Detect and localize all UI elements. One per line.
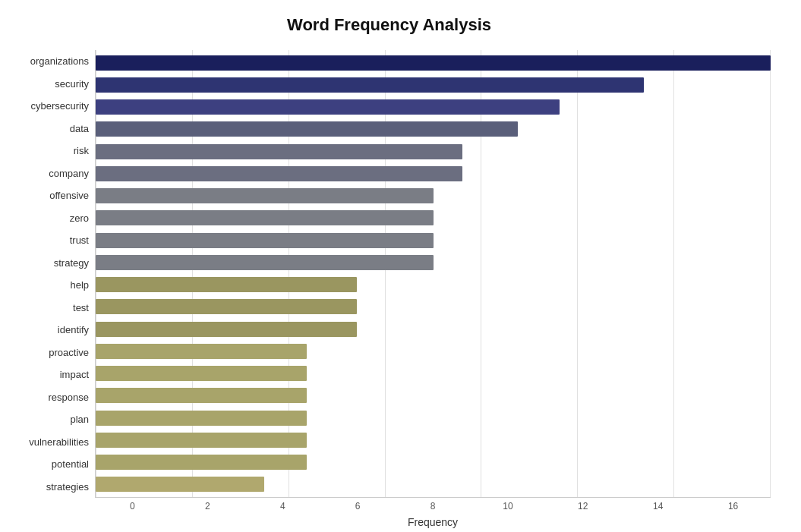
x-axis-label: Frequency (95, 516, 771, 528)
bar (96, 144, 462, 159)
bar-row (96, 275, 771, 294)
y-label: trust (70, 231, 89, 250)
y-label: response (49, 387, 89, 407)
bar (96, 411, 307, 426)
x-tick: 8 (396, 501, 471, 512)
bar (96, 344, 307, 359)
bar (96, 455, 307, 470)
bar-row (96, 364, 771, 382)
bar (96, 166, 462, 181)
x-tick: 6 (320, 501, 396, 512)
bar-row (96, 320, 771, 338)
x-tick: 0 (95, 501, 170, 512)
x-tick: 12 (545, 501, 620, 512)
y-label: proactive (49, 342, 89, 362)
bar-row (96, 409, 771, 427)
bar (96, 299, 357, 314)
bars-wrapper (96, 50, 771, 497)
bars-and-grid (95, 50, 771, 498)
y-label: cybersecurity (30, 96, 89, 116)
bar-row (96, 209, 771, 227)
y-label: vulnerabilities (29, 432, 89, 452)
x-tick: 16 (695, 501, 771, 512)
chart-container: Word Frequency Analysis organizationssec… (0, 0, 801, 532)
bar-row (96, 54, 771, 72)
bar (96, 188, 434, 203)
bar-row (96, 187, 771, 205)
y-label: offensive (49, 186, 89, 206)
bar-row (96, 76, 771, 94)
bar (96, 366, 307, 381)
bar (96, 477, 264, 492)
y-label: strategies (46, 477, 89, 496)
bar (96, 77, 644, 93)
bar (96, 233, 434, 248)
y-label: risk (74, 141, 89, 161)
bar (96, 433, 307, 448)
y-label: test (73, 297, 89, 317)
bar (96, 55, 771, 71)
bar-row (96, 231, 771, 250)
y-label: data (70, 118, 89, 138)
bar-row (96, 253, 771, 272)
x-tick: 2 (170, 501, 245, 512)
bar-row (96, 342, 771, 360)
y-label: help (70, 275, 89, 295)
y-label: company (49, 163, 89, 183)
bar (96, 121, 518, 137)
y-axis: organizationssecuritycybersecuritydatari… (8, 50, 95, 498)
bar-row (96, 475, 771, 493)
bar (96, 210, 434, 225)
x-axis-wrapper: 0246810121416 Frequency (95, 498, 771, 528)
bar-row (96, 386, 771, 405)
y-label: plan (70, 410, 89, 430)
x-tick: 4 (245, 501, 320, 512)
y-label: organizations (30, 52, 89, 71)
bar-row (96, 143, 771, 161)
x-tick: 10 (470, 501, 545, 512)
bar (96, 388, 307, 403)
bar (96, 277, 357, 292)
bar-row (96, 297, 771, 316)
x-ticks-row: 0246810121416 (95, 498, 771, 513)
y-label: impact (60, 365, 89, 385)
bar-row (96, 120, 771, 138)
y-label: zero (70, 208, 89, 228)
chart-title: Word Frequency Analysis (8, 15, 771, 35)
chart-area: organizationssecuritycybersecuritydatari… (8, 50, 771, 498)
y-label: strategy (54, 253, 89, 272)
x-tick: 14 (620, 501, 695, 512)
bar-row (96, 431, 771, 449)
y-label: identify (58, 320, 89, 340)
bar (96, 322, 357, 337)
bar-row (96, 98, 771, 116)
bar-row (96, 453, 771, 471)
y-label: security (55, 74, 89, 93)
bar (96, 255, 434, 270)
bar-row (96, 165, 771, 183)
bar (96, 99, 560, 115)
y-label: potential (52, 455, 89, 474)
